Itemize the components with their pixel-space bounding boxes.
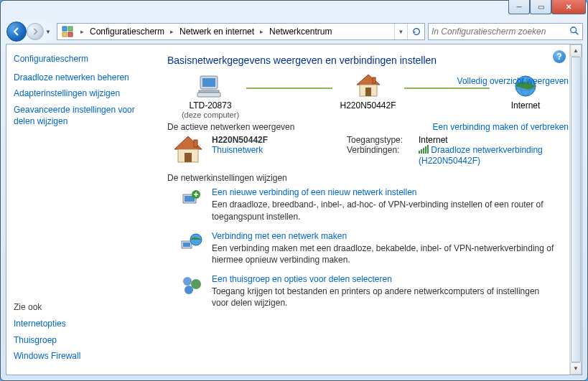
active-networks-header: De actieve netwerken weergeven Een verbi… [167, 122, 569, 132]
svg-rect-24 [425, 146, 426, 154]
help-button[interactable]: ? [553, 50, 566, 63]
nav-history-dropdown[interactable]: ▼ [44, 23, 52, 40]
svg-rect-12 [365, 88, 371, 96]
close-button[interactable]: ✕ [551, 0, 586, 14]
breadcrumb-item[interactable]: Netwerk en internet [177, 24, 257, 39]
breadcrumb-sep[interactable]: ▸ [167, 24, 177, 39]
address-bar[interactable]: ▸ Configuratiescherm ▸ Netwerk en intern… [57, 23, 425, 40]
refresh-icon [411, 27, 421, 37]
settings-item-desc: Toegang krijgen tot bestanden en printer… [212, 286, 569, 309]
new-connection-icon [180, 187, 203, 210]
sidebar-link[interactable]: Draadloze netwerken beheren [14, 72, 150, 83]
settings-item-link[interactable]: Verbinding met een netwerk maken [212, 231, 347, 241]
full-map-link[interactable]: Volledig overzicht weergeven [457, 76, 569, 86]
map-node-label: H220N50442F [325, 100, 411, 110]
see-also-label: Zie ook [14, 302, 150, 312]
map-node-sublabel: (deze computer) [167, 110, 253, 119]
forward-button[interactable] [27, 23, 44, 40]
sidebar-link[interactable]: Adapterinstellingen wijzigen [14, 88, 150, 99]
search-icon[interactable] [569, 26, 579, 38]
svg-rect-25 [427, 145, 429, 154]
arrow-right-icon [32, 28, 39, 35]
svg-rect-0 [62, 27, 67, 31]
main-pane: ? Basisnetwerkgegevens weergeven en verb… [157, 44, 582, 375]
map-node-label: LTD-20873 [167, 100, 253, 110]
homegroup-icon [180, 274, 203, 297]
control-panel-icon [60, 24, 75, 39]
breadcrumb-item[interactable]: Configuratiescherm [87, 24, 167, 39]
svg-rect-7 [202, 78, 215, 87]
sidebar: Configuratiescherm Draadloze netwerken b… [6, 44, 157, 375]
active-networks-label: De actieve netwerken weergeven [167, 122, 294, 132]
vertical-scrollbar[interactable]: ▲ ▼ [569, 44, 582, 375]
settings-header: De netwerkinstellingen wijzigen [167, 173, 569, 183]
titlebar: ─ ▭ ✕ [1, 1, 587, 21]
breadcrumb: Configuratiescherm ▸ Netwerk en internet… [87, 24, 335, 39]
help-icon: ? [556, 52, 561, 62]
connection-link[interactable]: Draadloze netwerkverbinding (H220N50442F… [419, 145, 543, 166]
breadcrumb-sep[interactable]: ▸ [78, 24, 87, 39]
settings-item: Verbinding met een netwerk maken Een ver… [180, 231, 569, 265]
nav-row: ▼ ▸ Configuratiescherm ▸ Netwerk en inte… [1, 21, 587, 44]
refresh-button[interactable] [407, 24, 424, 39]
network-type-link[interactable]: Thuisnetwerk [212, 145, 263, 155]
scroll-down-button[interactable]: ▼ [570, 362, 582, 375]
arrow-left-icon [12, 27, 21, 36]
search-box[interactable] [428, 23, 583, 40]
sidebar-see-also-link[interactable]: Thuisgroep [14, 334, 150, 346]
connect-disconnect-link[interactable]: Een verbinding maken of verbreken [433, 122, 569, 132]
svg-point-32 [183, 277, 192, 286]
map-node-computer: LTD-20873 (deze computer) [167, 73, 253, 119]
connections-label: Verbindingen: [347, 145, 413, 166]
page-title: Basisnetwerkgegevens weergeven en verbin… [167, 55, 569, 66]
svg-rect-3 [68, 32, 73, 37]
map-node-label: Internet [482, 100, 569, 110]
active-network-block: H220N50442F Thuisnetwerk Toegangstype: I… [172, 135, 569, 166]
active-network-name-col: H220N50442F Thuisnetwerk [212, 135, 327, 166]
sidebar-home-link[interactable]: Configuratiescherm [14, 53, 150, 65]
settings-item-link[interactable]: Een thuisgroep en opties voor delen sele… [212, 274, 392, 284]
sidebar-see-also-link[interactable]: Windows Firewall [14, 350, 150, 362]
address-dropdown[interactable]: ▼ [394, 24, 407, 39]
maximize-button[interactable]: ▭ [530, 0, 551, 14]
svg-rect-2 [62, 32, 67, 37]
settings-item: Een thuisgroep en opties voor delen sele… [180, 274, 569, 309]
map-link-line [246, 88, 332, 89]
sidebar-see-also-link[interactable]: Internetopties [14, 318, 150, 329]
content-pane: Configuratiescherm Draadloze netwerken b… [6, 44, 582, 375]
window: ─ ▭ ✕ ▼ ▸ Configuratiescherm ▸ Netwerk e… [0, 0, 588, 381]
map-node-router: H220N50442F [325, 73, 411, 110]
svg-rect-22 [421, 149, 422, 154]
svg-rect-13 [373, 77, 375, 83]
connect-network-icon [180, 231, 203, 254]
svg-point-4 [571, 27, 577, 32]
house-icon [354, 73, 383, 99]
minimize-button[interactable]: ─ [508, 0, 530, 14]
access-type-value: Internet [419, 135, 448, 145]
svg-rect-9 [197, 93, 220, 97]
svg-rect-21 [419, 151, 420, 154]
settings-item-desc: Een verbinding maken met een draadloze, … [212, 243, 569, 265]
access-type-label: Toegangstype: [347, 135, 413, 145]
settings-item-desc: Een draadloze, breedband-, inbel-, ad-ho… [212, 199, 569, 222]
signal-icon [419, 145, 429, 156]
active-network-name: H220N50442F [212, 135, 327, 145]
sidebar-link[interactable]: Geavanceerde instellingen voor delen wij… [14, 104, 150, 127]
settings-item-link[interactable]: Een nieuwe verbinding of een nieuw netwe… [212, 187, 417, 197]
scroll-thumb[interactable] [571, 57, 581, 362]
map-link-line [404, 88, 490, 89]
svg-marker-10 [357, 75, 380, 85]
house-icon [172, 135, 205, 165]
svg-rect-30 [183, 243, 190, 247]
search-input[interactable] [431, 27, 569, 37]
active-network-details: Toegangstype: Internet Verbindingen: Dra… [347, 135, 569, 166]
nav-buttons: ▼ [5, 20, 54, 43]
back-button[interactable] [6, 22, 27, 42]
window-buttons: ─ ▭ ✕ [508, 0, 586, 14]
scroll-up-button[interactable]: ▲ [570, 44, 582, 57]
svg-point-34 [185, 286, 193, 294]
svg-rect-20 [194, 140, 197, 147]
svg-rect-19 [185, 153, 192, 162]
breadcrumb-item[interactable]: Netwerkcentrum [266, 24, 335, 39]
breadcrumb-sep[interactable]: ▸ [257, 24, 266, 39]
